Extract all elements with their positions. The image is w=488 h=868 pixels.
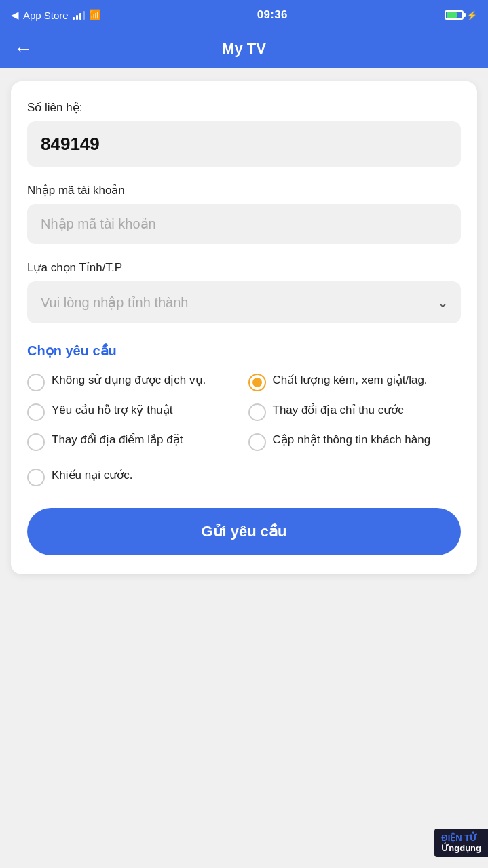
radio-label-5: Thay đổi địa điểm lắp đặt bbox=[52, 432, 183, 448]
signal-bars bbox=[73, 10, 85, 20]
battery-icon bbox=[445, 10, 464, 20]
radio-label-3: Yêu cầu hỗ trợ kỹ thuật bbox=[52, 402, 173, 418]
radio-circle-5 bbox=[27, 433, 45, 451]
radio-item-1[interactable]: Không sử dụng được dịch vụ. bbox=[27, 372, 240, 391]
wifi-icon: 📶 bbox=[89, 9, 100, 20]
radio-label-1: Không sử dụng được dịch vụ. bbox=[52, 372, 206, 389]
radio-label-7: Khiếu nại cước. bbox=[52, 467, 132, 484]
back-button[interactable]: ← bbox=[14, 39, 33, 58]
radio-label-6: Cập nhật thông tin khách hàng bbox=[273, 432, 431, 448]
account-input[interactable] bbox=[27, 204, 461, 244]
radio-grid: Không sử dụng được dịch vụ. Chất lượng k… bbox=[27, 372, 461, 451]
watermark-line1: ĐIỆN TỬ bbox=[441, 833, 481, 843]
account-label: Nhập mã tài khoản bbox=[27, 183, 461, 197]
submit-button[interactable]: Gửi yêu cầu bbox=[27, 508, 461, 555]
radio-label-4: Thay đổi địa chỉ thu cước bbox=[273, 402, 404, 418]
signal-bar-2 bbox=[76, 15, 78, 20]
radio-item-7[interactable]: Khiếu nại cước. bbox=[27, 467, 461, 486]
status-time: 09:36 bbox=[257, 8, 288, 22]
request-section-header: Chọn yêu cầu bbox=[27, 342, 461, 359]
radio-item-4[interactable]: Thay đổi địa chỉ thu cước bbox=[248, 402, 462, 421]
radio-item-5[interactable]: Thay đổi địa điểm lắp đặt bbox=[27, 432, 240, 451]
page-title: My TV bbox=[222, 40, 266, 58]
phone-input[interactable] bbox=[27, 121, 461, 167]
city-dropdown[interactable]: Vui lòng nhập tỉnh thành Hà Nội Hồ Chí M… bbox=[27, 281, 461, 323]
radio-circle-6 bbox=[248, 433, 266, 451]
radio-circle-1 bbox=[27, 374, 45, 391]
status-left: ◀ App Store 📶 bbox=[11, 9, 100, 21]
nav-bar: ← My TV bbox=[0, 30, 488, 68]
city-dropdown-wrapper: Vui lòng nhập tỉnh thành Hà Nội Hồ Chí M… bbox=[27, 281, 461, 323]
radio-item-3[interactable]: Yêu cầu hỗ trợ kỹ thuật bbox=[27, 402, 240, 421]
charging-icon: ⚡ bbox=[466, 10, 477, 20]
watermark-line2: Ứngdụng bbox=[441, 843, 481, 853]
status-bar: ◀ App Store 📶 09:36 ⚡ bbox=[0, 0, 488, 30]
signal-bar-4 bbox=[83, 11, 85, 20]
radio-circle-4 bbox=[248, 403, 266, 421]
status-right: ⚡ bbox=[445, 10, 477, 20]
battery-fill bbox=[447, 12, 457, 18]
signal-bar-3 bbox=[79, 13, 81, 20]
radio-circle-2 bbox=[248, 374, 266, 391]
radio-inner-2 bbox=[252, 378, 262, 387]
watermark: ĐIỆN TỬ Ứngdụng bbox=[434, 829, 488, 857]
back-arrow-status: ◀ bbox=[11, 9, 19, 21]
radio-circle-3 bbox=[27, 403, 45, 421]
signal-bar-1 bbox=[73, 17, 75, 20]
radio-circle-7 bbox=[27, 469, 45, 486]
phone-label: Số liên hệ: bbox=[27, 100, 461, 115]
city-label: Lựa chọn Tỉnh/T.P bbox=[27, 260, 461, 275]
form-card: Số liên hệ: Nhập mã tài khoản Lựa chọn T… bbox=[11, 81, 477, 574]
carrier-label: App Store bbox=[23, 9, 69, 21]
radio-item-2[interactable]: Chất lượng kém, xem giật/lag. bbox=[248, 372, 462, 391]
radio-label-2: Chất lượng kém, xem giật/lag. bbox=[273, 372, 428, 389]
radio-item-6[interactable]: Cập nhật thông tin khách hàng bbox=[248, 432, 462, 451]
main-content: Số liên hệ: Nhập mã tài khoản Lựa chọn T… bbox=[0, 68, 488, 868]
